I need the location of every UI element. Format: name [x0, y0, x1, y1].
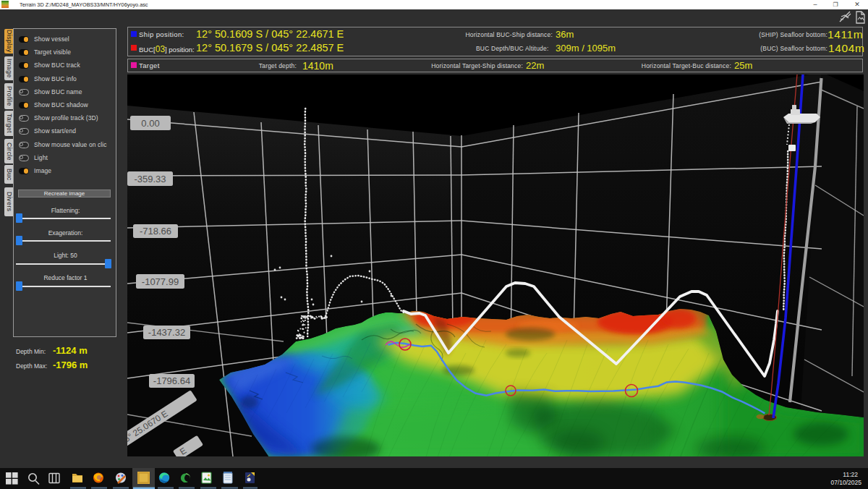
svg-text:-1077.99: -1077.99: [142, 276, 179, 287]
svg-text:-359.33: -359.33: [134, 174, 166, 184]
svg-text:-1437.32: -1437.32: [148, 327, 185, 338]
svg-text:0.00: 0.00: [141, 118, 159, 129]
svg-text:-718.66: -718.66: [140, 226, 171, 237]
svg-text:-1796.64: -1796.64: [153, 375, 190, 386]
svg-text:11:22: 11:22: [843, 471, 858, 478]
svg-text:07/10/2025: 07/10/2025: [830, 479, 861, 486]
